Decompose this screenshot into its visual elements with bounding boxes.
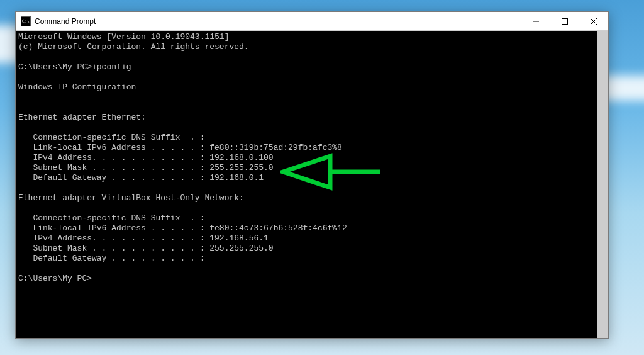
window-titlebar[interactable]: Command Prompt <box>16 12 608 31</box>
command-prompt-window: Command Prompt Microsoft Windows [Versio… <box>15 11 609 339</box>
minimize-button[interactable] <box>521 12 550 30</box>
svg-rect-1 <box>562 18 568 24</box>
cmd-icon <box>21 16 31 26</box>
maximize-button[interactable] <box>550 12 579 30</box>
terminal-container: Microsoft Windows [Version 10.0.19043.11… <box>16 31 608 338</box>
terminal-output[interactable]: Microsoft Windows [Version 10.0.19043.11… <box>16 31 597 338</box>
window-title: Command Prompt <box>35 17 521 26</box>
window-buttons <box>521 12 608 30</box>
vertical-scrollbar[interactable] <box>597 31 608 338</box>
close-button[interactable] <box>579 12 608 30</box>
scrollbar-thumb[interactable] <box>597 31 608 338</box>
